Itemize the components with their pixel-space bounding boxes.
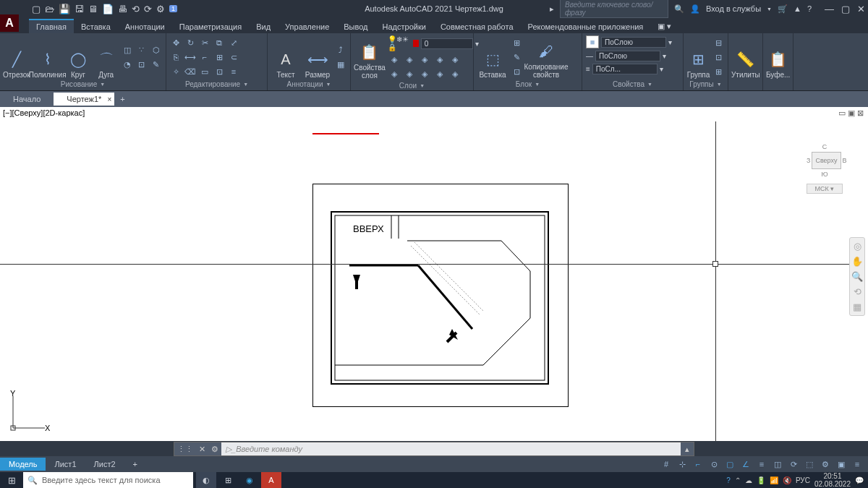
block-attr-icon[interactable]: ⊡ (510, 65, 523, 78)
layer-t3[interactable]: ◈ (418, 53, 431, 66)
erase-icon[interactable]: ⌫ (184, 65, 197, 78)
grp-2[interactable]: ⊡ (712, 51, 725, 64)
edge-icon[interactable]: ◉ (239, 472, 260, 488)
qat-open-icon[interactable]: 🗁 (45, 4, 54, 14)
polyline-button[interactable]: ⌇Полилиния (32, 35, 64, 79)
cycle-toggle[interactable]: ⟳ (787, 458, 800, 471)
group-button[interactable]: ⊞Группа (686, 35, 710, 79)
viewcube-wcs[interactable]: МСК ▾ (807, 184, 843, 194)
taskview-icon[interactable]: ⊞ (218, 472, 238, 488)
layer-properties-button[interactable]: 📋Свойства слоя (354, 36, 386, 80)
model-tab[interactable]: Модель (0, 458, 46, 471)
draw-tool-1[interactable]: ◫ (121, 43, 134, 56)
cmd-history-icon[interactable]: ▴ (681, 445, 694, 454)
color-swatch[interactable]: ■ (586, 35, 599, 48)
explode-icon[interactable]: ✧ (169, 65, 182, 78)
add-layout-button[interactable]: + (124, 458, 146, 471)
panel-modify-title[interactable]: Редактирование▼ (169, 80, 264, 89)
start-button[interactable]: ⊞ (0, 472, 23, 488)
help-icon[interactable]: ? (807, 4, 812, 13)
layer-b2[interactable]: ◈ (403, 67, 416, 80)
grp-3[interactable]: ⊞ (712, 65, 725, 78)
lang-indicator[interactable]: РУС (796, 476, 810, 484)
maximize-button[interactable]: ▢ (841, 4, 850, 14)
cloud-icon[interactable]: ☁ (745, 476, 752, 484)
autodesk-icon[interactable]: ▲ (793, 4, 801, 13)
ortho-toggle[interactable]: ⌐ (692, 458, 705, 471)
cmd-close-icon[interactable]: ✕ (196, 445, 208, 454)
layer-b4[interactable]: ◈ (433, 67, 446, 80)
qat-new-icon[interactable]: ▢ (32, 4, 41, 14)
autocad-taskbar-icon[interactable]: A (261, 472, 281, 488)
stretch-icon[interactable]: ⟷ (184, 51, 197, 64)
menu-toggle[interactable]: ≡ (851, 458, 864, 471)
layer-b5[interactable]: ◈ (448, 67, 461, 80)
viewport-controls[interactable]: ▭ ▣ ⊠ (838, 108, 864, 118)
qat-undo-icon[interactable]: ⟲ (132, 4, 140, 14)
wifi-icon[interactable]: 📶 (770, 476, 778, 484)
clipboard-button[interactable]: 📋Буфе... (766, 35, 790, 79)
panel-annot-title[interactable]: Аннотации▼ (271, 80, 347, 89)
panel-groups-title[interactable]: Группы▼ (686, 80, 725, 89)
draw-tool-5[interactable]: ⊡ (135, 58, 148, 71)
arc-button[interactable]: ⌒Дуга (93, 35, 119, 79)
command-input[interactable]: ▷_ Введите команду (221, 442, 681, 455)
fillet-icon[interactable]: ⌐ (198, 51, 211, 64)
qat-more-icon[interactable]: ⚙ (156, 4, 165, 14)
layer-b3[interactable]: ◈ (418, 67, 431, 80)
viewcube-top-face[interactable]: Сверху (812, 152, 841, 169)
cmd-handle-icon[interactable]: ⋮⋮ (174, 445, 196, 454)
draw-tool-2[interactable]: ∵ (135, 43, 148, 56)
trans-toggle[interactable]: ◫ (771, 458, 784, 471)
utilities-button[interactable]: 📏Утилиты (731, 35, 760, 79)
tab-annotate[interactable]: Аннотации (118, 20, 172, 33)
viewport-label[interactable]: [−][Сверху][2D-каркас] (3, 108, 85, 117)
panel-draw-title[interactable]: Рисование▼ (3, 80, 163, 89)
viewcube-west[interactable]: З (807, 157, 810, 164)
array-icon[interactable]: ⊞ (213, 51, 226, 64)
viewcube-north[interactable]: С (807, 143, 843, 150)
signin-label[interactable]: Вход в службы (706, 4, 761, 13)
help-tray-icon[interactable]: ? (726, 476, 731, 484)
nav-zoom-icon[interactable]: 🔍 (851, 271, 863, 282)
line-button[interactable]: ╱Отрезок (3, 35, 30, 79)
block-edit-icon[interactable]: ✎ (510, 51, 523, 64)
windows-search[interactable]: 🔍 Введите здесь текст для поиска (23, 472, 193, 488)
draw-tool-4[interactable]: ◔ (121, 58, 134, 71)
close-button[interactable]: ✕ (857, 4, 865, 14)
offset-icon[interactable]: ⊂ (227, 51, 240, 64)
tray-up-icon[interactable]: ⌃ (735, 476, 741, 484)
new-tab-button[interactable]: + (114, 93, 130, 106)
tab-parametric[interactable]: Параметризация (172, 20, 249, 33)
play-icon[interactable]: ▸ (550, 4, 554, 14)
scale-icon[interactable]: ⤢ (227, 36, 240, 49)
draw-tool-6[interactable]: ✎ (150, 58, 163, 71)
qat-redo-icon[interactable]: ⟳ (144, 4, 152, 14)
match-properties-button[interactable]: 🖌Копирование свойств (524, 35, 568, 79)
workspace-toggle[interactable]: ⚙ (819, 458, 832, 471)
lineweight-select[interactable]: ПоСлою (595, 51, 660, 61)
draw-tool-3[interactable]: ⬡ (150, 43, 163, 56)
layer-b1[interactable]: ◈ (388, 67, 401, 80)
grid-toggle[interactable]: # (660, 458, 673, 471)
anno-toggle[interactable]: ⬚ (803, 458, 816, 471)
app-logo[interactable]: A (0, 14, 19, 32)
rotate-icon[interactable]: ↻ (184, 36, 197, 49)
cmd-custom-icon[interactable]: ⚙ (208, 445, 221, 454)
layout1-tab[interactable]: Лист1 (46, 458, 85, 471)
viewcube[interactable]: С З Сверху В Ю МСК ▾ (807, 143, 843, 194)
nav-show-icon[interactable]: ▦ (853, 301, 861, 312)
red-line-object[interactable] (312, 133, 379, 134)
trim-icon[interactable]: ✂ (198, 36, 211, 49)
tab-view[interactable]: Вид (249, 20, 278, 33)
viewcube-east[interactable]: В (843, 157, 847, 164)
color-select[interactable]: ПоСлою (601, 37, 666, 48)
battery-icon[interactable]: 🔋 (757, 476, 765, 484)
qat-plot-icon[interactable]: 🖥 (88, 4, 98, 14)
otrack-toggle[interactable]: ∠ (739, 458, 752, 471)
snap-toggle[interactable]: ⊹ (676, 458, 689, 471)
panel-layers-title[interactable]: Слои▼ (354, 81, 470, 90)
tab-extra[interactable]: ▣ ▾ (650, 20, 678, 33)
qat-save-icon[interactable]: 💾 (59, 4, 70, 14)
layer-t2[interactable]: ◈ (403, 53, 416, 66)
